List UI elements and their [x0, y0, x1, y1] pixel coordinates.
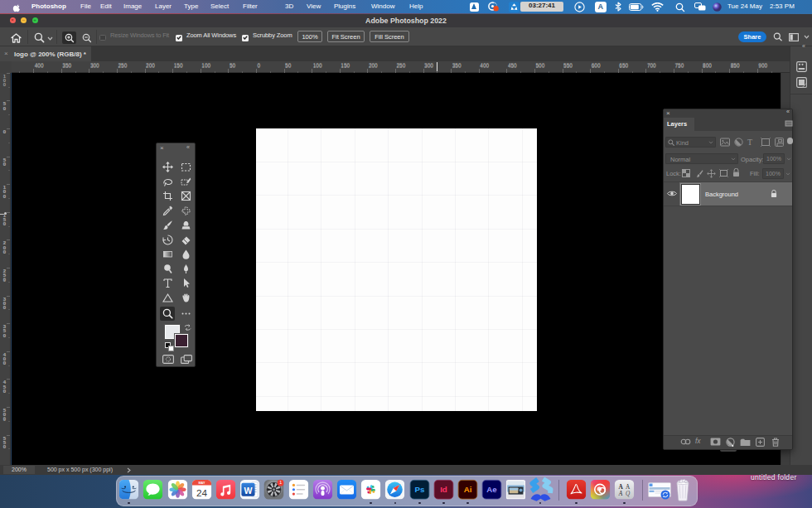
- svg-text:A: A: [619, 484, 624, 491]
- svg-text:24: 24: [196, 487, 208, 498]
- svg-text:A: A: [618, 491, 623, 497]
- svg-text:A: A: [626, 484, 631, 491]
- svg-text:MAY: MAY: [198, 481, 205, 485]
- svg-text:W: W: [244, 486, 253, 496]
- svg-text:Q: Q: [626, 491, 631, 497]
